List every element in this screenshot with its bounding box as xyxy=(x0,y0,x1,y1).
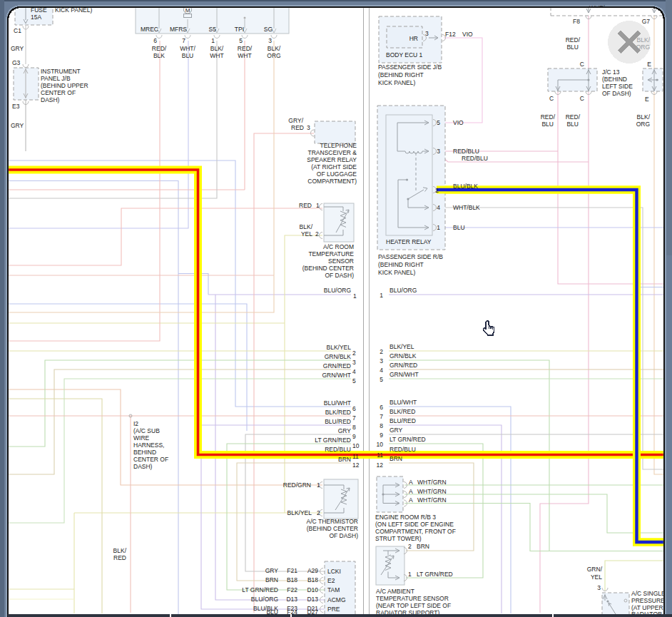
svg-text:(AT RIGHT SIDE: (AT RIGHT SIDE xyxy=(311,163,357,170)
svg-text:BLU/RED: BLU/RED xyxy=(325,418,351,425)
svg-text:GRN/: GRN/ xyxy=(587,566,603,573)
svg-text:COMPARTMENT): COMPARTMENT) xyxy=(307,178,357,185)
svg-text:B18: B18 xyxy=(287,576,297,583)
svg-text:3: 3 xyxy=(352,359,356,366)
svg-text:VIO: VIO xyxy=(453,119,464,126)
svg-text:HARNESS,: HARNESS, xyxy=(133,442,164,449)
svg-text:RED/GRN: RED/GRN xyxy=(283,481,311,489)
svg-text:LT GRN/RED: LT GRN/RED xyxy=(315,437,351,444)
svg-text:8: 8 xyxy=(380,422,383,429)
svg-text:9: 9 xyxy=(352,433,356,440)
svg-text:PANEL J/B: PANEL J/B xyxy=(41,75,71,82)
svg-text:BLK/: BLK/ xyxy=(268,45,281,52)
svg-text:(BEHIND UPPER: (BEHIND UPPER xyxy=(41,82,88,89)
svg-text:C: C xyxy=(549,95,554,102)
svg-text:11: 11 xyxy=(352,453,359,460)
svg-text:E3: E3 xyxy=(12,103,20,110)
svg-text:3: 3 xyxy=(425,30,429,37)
svg-text:A: A xyxy=(409,488,413,495)
svg-text:CENTER OF: CENTER OF xyxy=(41,89,76,96)
svg-text:PRESSURE: PRESSURE xyxy=(631,597,665,604)
svg-text:RED/BLU: RED/BLU xyxy=(325,446,351,453)
svg-text:GRY: GRY xyxy=(265,567,279,574)
svg-text:7: 7 xyxy=(380,413,383,420)
svg-text:(ON LEFT SIDE OF ENGINE: (ON LEFT SIDE OF ENGINE xyxy=(375,521,454,528)
svg-text:WHT/GRN: WHT/GRN xyxy=(417,496,447,504)
svg-text:15A: 15A xyxy=(31,14,41,21)
svg-text:5: 5 xyxy=(352,377,356,384)
svg-text:G3: G3 xyxy=(12,59,21,66)
svg-text:A/C THERMISTOR: A/C THERMISTOR xyxy=(307,518,358,525)
svg-text:KICK PANEL): KICK PANEL) xyxy=(378,269,415,276)
svg-text:F8: F8 xyxy=(573,18,580,25)
svg-text:2: 2 xyxy=(352,350,356,357)
svg-text:YEL: YEL xyxy=(301,230,312,238)
svg-text:BLK/: BLK/ xyxy=(637,113,651,121)
svg-text:4: 4 xyxy=(437,204,440,211)
svg-text:BLK/: BLK/ xyxy=(300,223,313,230)
svg-text:J/C 13: J/C 13 xyxy=(602,68,620,76)
svg-text:12: 12 xyxy=(352,462,360,469)
svg-text:5: 5 xyxy=(380,376,383,383)
svg-text:1: 1 xyxy=(317,481,320,489)
svg-text:BLU: BLU xyxy=(453,224,465,231)
svg-text:(BEHIND RIGHT: (BEHIND RIGHT xyxy=(378,261,424,268)
svg-text:F12: F12 xyxy=(445,31,456,38)
svg-text:BLU/WHT: BLU/WHT xyxy=(324,399,351,407)
svg-text:TPI: TPI xyxy=(235,26,244,33)
svg-text:TAM: TAM xyxy=(327,586,340,593)
svg-text:KICK PANEL): KICK PANEL) xyxy=(378,79,415,86)
svg-text:OF LUGGAGE: OF LUGGAGE xyxy=(317,170,357,178)
svg-text:3: 3 xyxy=(268,37,272,44)
svg-text:DASH): DASH) xyxy=(133,463,153,470)
svg-text:LT GRN/RED: LT GRN/RED xyxy=(390,436,426,443)
svg-text:BLK/RED: BLK/RED xyxy=(325,409,351,416)
svg-text:COMPARTMENT, FRONT OF: COMPARTMENT, FRONT OF xyxy=(375,528,456,535)
svg-text:1: 1 xyxy=(353,292,357,300)
svg-text:E: E xyxy=(647,61,651,68)
svg-text:D10: D10 xyxy=(307,586,318,593)
svg-text:12: 12 xyxy=(377,462,384,469)
svg-text:GRN/RED: GRN/RED xyxy=(390,362,417,369)
svg-text:OF DASH): OF DASH) xyxy=(329,532,358,539)
svg-text:7: 7 xyxy=(182,37,185,44)
svg-text:2: 2 xyxy=(380,348,383,355)
svg-text:1: 1 xyxy=(437,224,440,231)
svg-text:BLU: BLU xyxy=(566,121,579,128)
svg-text:6: 6 xyxy=(380,404,383,411)
svg-text:GRN/BLK: GRN/BLK xyxy=(390,352,417,360)
svg-text:OF DASH): OF DASH) xyxy=(602,90,631,97)
svg-text:LCKI: LCKI xyxy=(327,568,341,575)
svg-text:ORG: ORG xyxy=(267,52,280,59)
svg-text:INSTRUMENT: INSTRUMENT xyxy=(41,68,81,75)
svg-text:4: 4 xyxy=(352,368,356,375)
svg-text:BLU/ORG: BLU/ORG xyxy=(251,596,278,603)
svg-text:9: 9 xyxy=(380,432,383,439)
svg-text:B18: B18 xyxy=(307,576,318,583)
svg-text:A/C SINGLE: A/C SINGLE xyxy=(631,590,666,597)
svg-text:ORG: ORG xyxy=(636,121,650,128)
svg-text:10: 10 xyxy=(352,442,360,449)
svg-text:GRY: GRY xyxy=(338,427,352,434)
svg-text:2: 2 xyxy=(315,230,319,238)
svg-text:BLK/YEL: BLK/YEL xyxy=(390,343,414,350)
svg-text:F21: F21 xyxy=(287,567,297,574)
svg-text:I2: I2 xyxy=(133,420,138,427)
svg-text:GRN/WHT: GRN/WHT xyxy=(390,371,419,378)
svg-text:7: 7 xyxy=(352,414,356,422)
svg-text:BLK: BLK xyxy=(153,52,165,59)
svg-text:C: C xyxy=(580,95,584,102)
svg-text:TEMPERATURE: TEMPERATURE xyxy=(308,250,354,257)
svg-text:3: 3 xyxy=(307,124,310,131)
svg-text:G7: G7 xyxy=(642,18,651,25)
svg-text:BLU/WHT: BLU/WHT xyxy=(390,399,417,406)
svg-text:RED/: RED/ xyxy=(566,113,581,121)
svg-text:SPEAKER RELAY: SPEAKER RELAY xyxy=(307,156,357,163)
svg-text:11: 11 xyxy=(377,452,383,459)
svg-text:1: 1 xyxy=(211,37,215,44)
svg-text:BRN: BRN xyxy=(338,456,351,463)
svg-text:RED: RED xyxy=(113,554,126,561)
svg-text:WHT/GRN: WHT/GRN xyxy=(417,479,447,486)
svg-text:BLU: BLU xyxy=(182,52,194,59)
svg-text:BLK/YEL: BLK/YEL xyxy=(287,509,312,516)
